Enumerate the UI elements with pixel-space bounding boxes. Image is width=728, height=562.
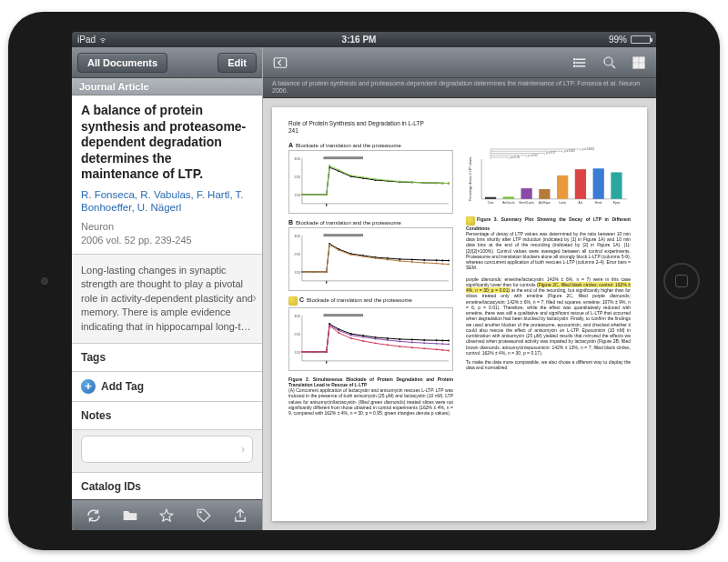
carrier-label: iPad: [77, 35, 96, 45]
search-icon[interactable]: [600, 53, 620, 73]
figure-2c: 100200300: [288, 307, 453, 371]
viewer-toolbar: [263, 47, 656, 78]
svg-point-115: [411, 341, 413, 343]
svg-text:200: 200: [294, 252, 300, 256]
svg-text:p = 0.0001: p = 0.0001: [582, 146, 595, 150]
svg-point-129: [399, 346, 400, 347]
svg-rect-140: [503, 196, 514, 199]
all-documents-button[interactable]: All Documents: [77, 53, 167, 73]
svg-text:p = 0.95: p = 0.95: [511, 156, 521, 159]
svg-point-127: [374, 342, 376, 344]
notes-field[interactable]: ›: [81, 436, 253, 463]
document-viewer: A balance of protein synthesis and prote…: [263, 47, 656, 530]
body-text: purple diamonds; emetine/lactacystin: 14…: [466, 276, 631, 356]
svg-text:Percentage decay of LTP values: Percentage decay of LTP values: [469, 156, 472, 201]
article-authors: R. Fonseca, R. Vabulas, F. Hartl, T. Bon…: [81, 188, 253, 216]
svg-rect-150: [593, 168, 604, 199]
abstract-text: Long-lasting changes in synaptic strengt…: [81, 265, 253, 332]
svg-rect-135: [323, 314, 363, 316]
back-icon[interactable]: [270, 53, 290, 73]
edit-button[interactable]: Edit: [217, 53, 257, 73]
svg-point-3: [574, 62, 576, 64]
svg-point-109: [338, 329, 339, 331]
svg-rect-46: [323, 156, 363, 159]
add-tag-button[interactable]: + Add Tag: [72, 372, 262, 402]
add-tag-label: Add Tag: [101, 380, 144, 393]
sidebar: All Documents Edit Journal Article A bal…: [72, 47, 263, 530]
svg-text:p = 0.002: p = 0.002: [564, 149, 575, 153]
page-area[interactable]: Role of Protein Synthesis and Degradatio…: [263, 98, 656, 530]
page-number: 241: [288, 127, 298, 134]
refresh-icon[interactable]: [84, 506, 104, 526]
svg-point-116: [423, 342, 425, 344]
grid-icon[interactable]: [629, 53, 649, 73]
svg-text:Lacta: Lacta: [559, 200, 566, 204]
svg-rect-148: [575, 169, 586, 199]
fig2-caption: Figure 2. Simultaneous Blockade of Prote…: [288, 376, 453, 416]
sidebar-toolbar: All Documents Edit: [72, 47, 262, 78]
svg-text:200: 200: [294, 175, 300, 179]
annotation-icon[interactable]: [288, 296, 298, 306]
svg-point-36: [350, 175, 352, 176]
notes-header: Notes: [72, 402, 262, 430]
svg-text:Cont: Cont: [488, 200, 494, 204]
svg-point-45: [448, 182, 450, 184]
svg-point-128: [387, 344, 389, 346]
svg-point-119: [448, 343, 450, 345]
svg-text:p = 0.01: p = 0.01: [529, 153, 539, 156]
svg-rect-83: [323, 234, 363, 236]
svg-text:100: 100: [294, 270, 300, 275]
svg-point-133: [441, 349, 443, 351]
svg-point-38: [374, 178, 376, 180]
svg-point-130: [411, 346, 413, 348]
figure-2b: 100200300: [288, 227, 453, 291]
list-icon[interactable]: [571, 53, 591, 73]
svg-point-124: [338, 332, 339, 334]
svg-point-75: [374, 257, 376, 259]
svg-point-42: [423, 181, 425, 183]
tags-header: Tags: [72, 344, 262, 372]
fig-b-title: Blockade of translation and the proteaso…: [296, 220, 401, 226]
svg-point-67: [448, 259, 450, 261]
svg-point-122: [326, 351, 328, 353]
running-head: Role of Protein Synthesis and Degradatio…: [288, 120, 424, 126]
svg-point-40: [399, 180, 400, 182]
home-button[interactable]: [663, 263, 700, 299]
svg-point-4: [574, 65, 576, 67]
star-icon[interactable]: [157, 506, 177, 526]
annotation-icon[interactable]: [466, 216, 475, 226]
svg-point-118: [441, 343, 443, 345]
section-header: Journal Article: [72, 78, 262, 95]
share-icon[interactable]: [230, 506, 250, 526]
svg-point-111: [362, 336, 364, 337]
svg-text:300: 300: [294, 314, 300, 318]
svg-text:100: 100: [294, 350, 300, 355]
sidebar-bottom-toolbar: [72, 499, 262, 530]
journal-name: Neuron: [81, 220, 253, 233]
svg-point-41: [411, 181, 413, 183]
svg-point-79: [423, 262, 425, 264]
svg-point-77: [399, 260, 400, 262]
abstract-cell[interactable]: Long-lasting changes in synaptic strengt…: [72, 255, 262, 344]
camera: [41, 277, 48, 285]
svg-point-76: [387, 258, 389, 260]
article-title: A balance of protein synthesis and prote…: [81, 103, 253, 183]
svg-text:Ani/Epox: Ani/Epox: [539, 200, 551, 204]
svg-point-114: [399, 340, 400, 342]
svg-rect-8: [633, 63, 638, 67]
svg-rect-7: [640, 57, 644, 62]
svg-point-39: [387, 179, 389, 181]
fig-a-title: Blockade of translation and the proteaso…: [296, 143, 401, 148]
svg-text:100: 100: [294, 193, 300, 197]
ipad-frame: iPadᯤ 3:16 PM 99% All Documents Edit Jou…: [8, 12, 720, 550]
svg-rect-142: [521, 188, 531, 199]
svg-point-132: [436, 348, 438, 350]
tag-icon[interactable]: [194, 506, 214, 526]
svg-text:Ani: Ani: [579, 200, 583, 204]
svg-point-74: [362, 256, 364, 257]
svg-point-120: [301, 351, 303, 353]
svg-text:200: 200: [294, 332, 300, 336]
article-header[interactable]: A balance of protein synthesis and prote…: [72, 95, 262, 255]
folder-icon[interactable]: [120, 506, 140, 526]
svg-text:Emet: Emet: [595, 200, 602, 204]
